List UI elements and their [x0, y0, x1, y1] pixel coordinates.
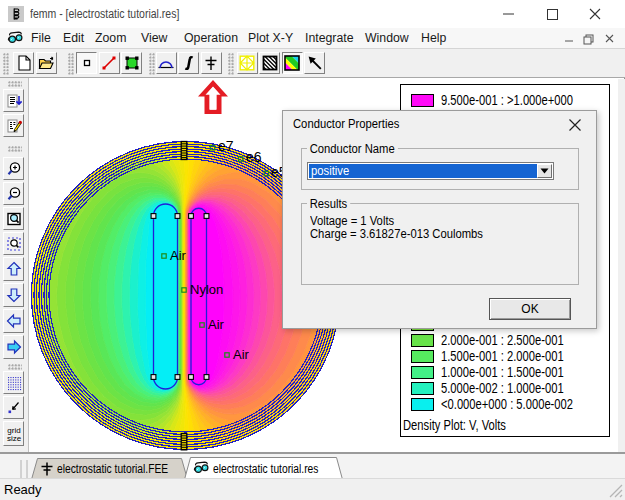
svg-text:e7: e7: [218, 138, 234, 154]
svg-text:size: size: [6, 434, 21, 442]
svg-text:Air: Air: [170, 248, 187, 263]
svg-text:Air: Air: [208, 317, 225, 332]
svg-text:Nylon: Nylon: [190, 282, 223, 297]
svg-text:Air: Air: [233, 347, 250, 362]
svg-text:e6: e6: [246, 149, 262, 165]
